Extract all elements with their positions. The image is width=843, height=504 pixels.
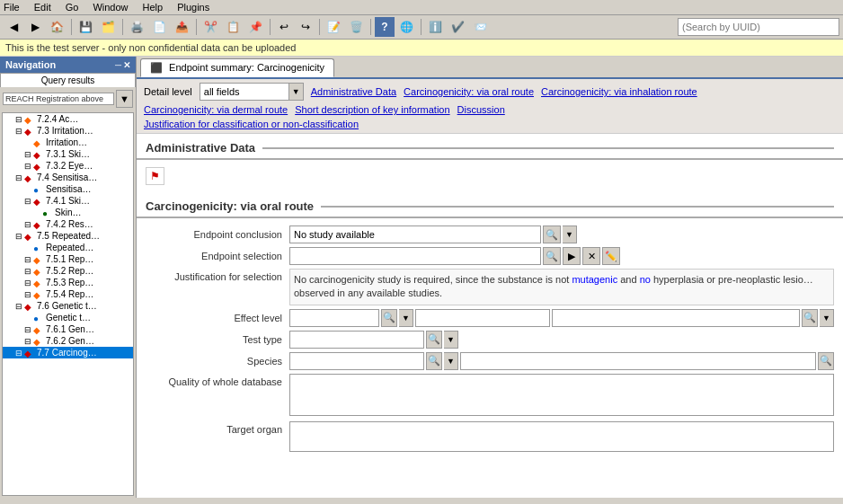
tree-item[interactable]: ⊟◆7.3.2 Eye… <box>3 160 133 172</box>
endpoint-selection-delete[interactable]: ✕ <box>582 247 600 265</box>
breadcrumb-dermal[interactable]: Carcinogenicity: via dermal route <box>144 104 288 115</box>
content-tab-main[interactable]: ⬛ Endpoint summary: Carcinogenicity <box>140 58 334 77</box>
print-preview-button[interactable]: 📄 <box>149 17 170 37</box>
nav-forward-button[interactable]: ▶ <box>25 17 45 37</box>
tree-item[interactable]: ⊟◆7.5.2 Rep… <box>3 265 133 277</box>
tree-item[interactable]: ⊟◆7.7 Carcinog… <box>3 347 133 358</box>
paste-button[interactable]: 📌 <box>245 17 266 37</box>
save-button[interactable]: 💾 <box>75 17 96 37</box>
home-button[interactable]: 🏠 <box>47 17 67 37</box>
tree-item[interactable]: ●Sensitisa… <box>3 183 133 195</box>
endpoint-conclusion-dropdown[interactable]: ▼ <box>563 225 577 243</box>
effect-level-dropdown1[interactable]: ▼ <box>399 309 413 327</box>
validate-button[interactable]: ✔️ <box>448 17 468 37</box>
endpoint-selection-edit[interactable]: ✏️ <box>602 247 620 265</box>
tree-item[interactable]: ⊟◆7.6.1 Gen… <box>3 323 133 335</box>
menu-edit[interactable]: Edit <box>34 2 51 13</box>
target-organ-textarea[interactable] <box>289 421 834 452</box>
tree-item[interactable]: ⊟◆7.5.4 Rep… <box>3 288 133 300</box>
tab-query-results[interactable]: Query results <box>0 73 136 87</box>
tree-expand-icon[interactable]: ⊟ <box>22 290 33 299</box>
tree-item[interactable]: ⊟◆7.5.1 Rep… <box>3 253 133 265</box>
effect-level-input1[interactable] <box>289 309 379 327</box>
effect-level-search2[interactable]: 🔍 <box>802 309 818 327</box>
menu-file[interactable]: File <box>4 2 20 13</box>
delete-button[interactable]: 🗑️ <box>346 17 367 37</box>
nav-search-button[interactable]: ▼ <box>116 90 133 108</box>
breadcrumb-oral[interactable]: Carcinogenicity: via oral route <box>404 86 534 97</box>
endpoint-selection-input[interactable] <box>289 247 541 265</box>
submit-button[interactable]: 📨 <box>470 17 491 37</box>
species-value[interactable] <box>460 352 816 370</box>
endpoint-selection-next[interactable]: ▶ <box>563 247 581 265</box>
nav-close-icon[interactable]: ✕ <box>123 60 130 70</box>
breadcrumb-discussion[interactable]: Discussion <box>457 104 505 115</box>
nav-back-button[interactable]: ◀ <box>4 17 23 37</box>
breadcrumb-admin[interactable]: Administrative Data <box>311 86 396 97</box>
tree-item[interactable]: ⊟◆7.3 Irritation… <box>3 125 133 137</box>
endpoint-conclusion-search[interactable]: 🔍 <box>543 225 561 243</box>
tree-expand-icon[interactable]: ⊟ <box>22 325 33 334</box>
quality-textarea[interactable] <box>289 374 834 416</box>
tree-expand-icon[interactable]: ⊟ <box>22 267 33 276</box>
tree-expand-icon[interactable]: ⊟ <box>22 279 33 287</box>
tree-expand-icon[interactable]: ⊟ <box>13 115 24 124</box>
tree-expand-icon[interactable]: ⊟ <box>22 220 33 229</box>
test-type-input[interactable] <box>289 331 424 349</box>
tree-item[interactable]: ⊟◆7.4.1 Ski… <box>3 195 133 207</box>
tree-expand-icon[interactable]: ⊟ <box>13 302 24 311</box>
tree-item[interactable]: ⊟◆7.4 Sensitisa… <box>3 172 133 183</box>
breadcrumb-justification[interactable]: Justification for classification or non-… <box>144 119 359 129</box>
export-button[interactable]: 📤 <box>172 17 192 37</box>
tree-expand-icon[interactable]: ⊟ <box>22 162 33 171</box>
effect-level-search1[interactable]: 🔍 <box>381 309 397 327</box>
detail-level-dropdown[interactable]: ▼ <box>289 83 304 101</box>
endpoint-selection-search[interactable]: 🔍 <box>543 247 561 265</box>
tree-item[interactable]: ●Genetic t… <box>3 312 133 323</box>
tree-item[interactable]: ⊟◆7.4.2 Res… <box>3 218 133 230</box>
uuid-search-input[interactable] <box>678 18 839 36</box>
tree-item[interactable]: ⊟◆7.3.1 Ski… <box>3 148 133 160</box>
test-type-search[interactable]: 🔍 <box>426 331 442 349</box>
tree-expand-icon[interactable]: ⊟ <box>13 349 24 358</box>
tree-item[interactable]: ⊟◆7.2.4 Ac… <box>3 113 133 125</box>
redo-button[interactable]: ↪ <box>296 17 315 37</box>
species-search[interactable]: 🔍 <box>426 352 442 370</box>
tree-expand-icon[interactable]: ⊟ <box>22 337 33 346</box>
effect-level-value[interactable] <box>415 309 550 327</box>
help-button[interactable]: ? <box>375 17 395 37</box>
tree-expand-icon[interactable]: ⊟ <box>13 173 24 182</box>
menu-go[interactable]: Go <box>66 2 79 13</box>
tree-item[interactable]: ●Skin… <box>3 207 133 218</box>
nav-search-input[interactable] <box>3 93 114 105</box>
effect-level-unit[interactable] <box>552 309 800 327</box>
tree-item[interactable]: ●Repeated… <box>3 242 133 253</box>
tree-expand-icon[interactable]: ⊟ <box>13 127 24 136</box>
species-dropdown[interactable]: ▼ <box>444 352 458 370</box>
tree-item[interactable]: ⊟◆7.6 Genetic t… <box>3 300 133 312</box>
species-value-search[interactable]: 🔍 <box>818 352 834 370</box>
tree-item[interactable]: ⊟◆7.5 Repeated… <box>3 230 133 242</box>
menu-window[interactable]: Window <box>93 2 128 13</box>
effect-level-dropdown2[interactable]: ▼ <box>820 309 834 327</box>
breadcrumb-inhalation[interactable]: Carcinogenicity: via inhalation route <box>541 86 697 97</box>
test-type-dropdown[interactable]: ▼ <box>444 331 458 349</box>
tree-item[interactable]: ⊟◆7.6.2 Gen… <box>3 335 133 347</box>
endpoint-conclusion-input[interactable] <box>289 225 541 243</box>
species-input[interactable] <box>289 352 424 370</box>
new-button[interactable]: 📝 <box>324 17 344 37</box>
detail-level-input[interactable] <box>200 83 289 101</box>
cut-button[interactable]: ✂️ <box>200 17 221 37</box>
browser-button[interactable]: 🌐 <box>396 17 417 37</box>
menu-help[interactable]: Help <box>143 2 164 13</box>
tree-expand-icon[interactable]: ⊟ <box>22 255 33 264</box>
undo-button[interactable]: ↩ <box>274 17 294 37</box>
tree-expand-icon[interactable]: ⊟ <box>22 150 33 159</box>
flag-button[interactable]: ⚑ <box>146 167 164 185</box>
tree-item[interactable]: ⊟◆7.5.3 Rep… <box>3 277 133 288</box>
menu-plugins[interactable]: Plugins <box>177 2 209 13</box>
copy-button[interactable]: 📋 <box>223 17 244 37</box>
nav-minimize-icon[interactable]: ─ <box>115 60 121 70</box>
tree-item[interactable]: ◆Irritation… <box>3 137 133 148</box>
info-button[interactable]: ℹ️ <box>425 17 446 37</box>
